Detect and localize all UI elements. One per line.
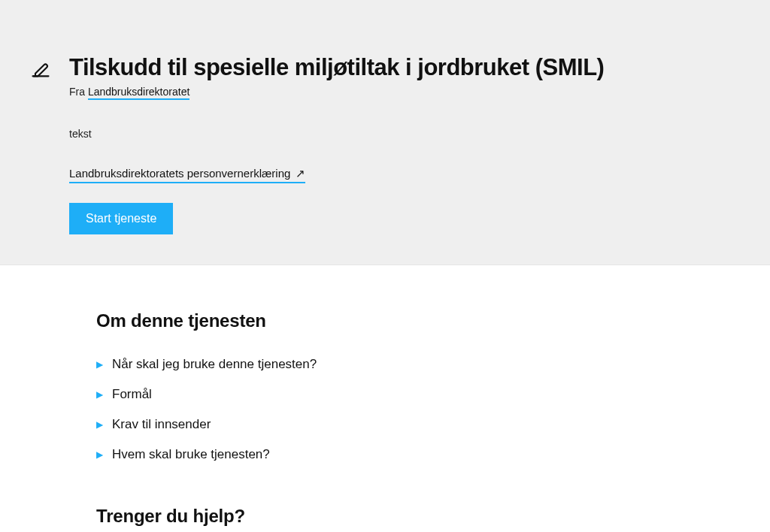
chevron-right-icon: ▶ [96, 449, 103, 460]
accordion-label: Formål [112, 387, 152, 402]
accordion-item[interactable]: ▶ Hvem skal bruke tjenesten? [96, 440, 677, 470]
hero-panel: Tilskudd til spesielle miljøtiltak i jor… [0, 0, 770, 265]
hero-content: Tilskudd til spesielle miljøtiltak i jor… [69, 54, 737, 234]
help-heading: Trenger du hjelp? [96, 506, 677, 527]
edit-icon [30, 59, 51, 83]
accordion-item[interactable]: ▶ Formål [96, 379, 677, 410]
accordion-label: Hvem skal bruke tjenesten? [112, 447, 270, 462]
tekst-label: tekst [69, 128, 737, 140]
chevron-right-icon: ▶ [96, 389, 103, 400]
accordion-item[interactable]: ▶ Når skal jeg bruke denne tjenesten? [96, 349, 677, 379]
from-link[interactable]: Landbruksdirektoratet [88, 86, 189, 100]
accordion-item[interactable]: ▶ Krav til innsender [96, 410, 677, 440]
about-heading: Om denne tjenesten [96, 310, 677, 331]
from-line: Fra Landbruksdirektoratet [69, 86, 737, 98]
help-section: Trenger du hjelp? [96, 506, 677, 527]
page-title: Tilskudd til spesielle miljøtiltak i jor… [69, 54, 737, 81]
chevron-right-icon: ▶ [96, 419, 103, 430]
start-service-button[interactable]: Start tjeneste [69, 203, 173, 234]
chevron-right-icon: ▶ [96, 359, 103, 370]
accordion-label: Krav til innsender [112, 417, 211, 432]
accordion-label: Når skal jeg bruke denne tjenesten? [112, 357, 317, 372]
external-link-icon: ↗ [296, 167, 305, 180]
from-prefix: Fra [69, 86, 88, 98]
privacy-link-text: Landbruksdirektoratets personvernerklæri… [69, 167, 290, 180]
hero-inner: Tilskudd til spesielle miljøtiltak i jor… [30, 54, 737, 234]
about-section: Om denne tjenesten ▶ Når skal jeg bruke … [0, 310, 707, 527]
privacy-link[interactable]: Landbruksdirektoratets personvernerklæri… [69, 167, 305, 183]
